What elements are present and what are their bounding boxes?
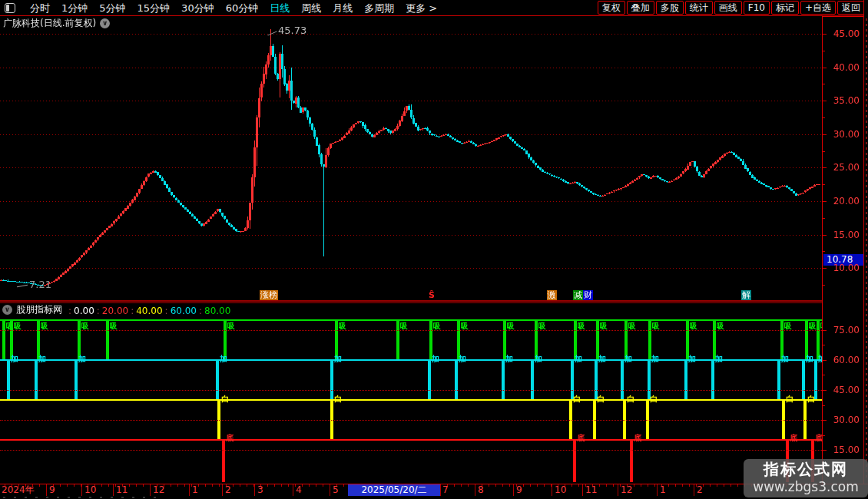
price-axis-label: 30.00	[826, 129, 860, 140]
green-bar-label: 吸	[652, 322, 660, 330]
green-bar-label: 吸	[507, 322, 515, 330]
toolbar-button-2[interactable]: 多股	[656, 1, 684, 15]
red-signal-bar	[222, 440, 225, 482]
axis-tick	[823, 375, 825, 375]
green-bar-label: 吸	[433, 322, 441, 330]
watermark-url: www.zbgs3.com	[744, 479, 868, 494]
indicator-gridline	[0, 330, 822, 331]
cyan-signal-bar	[711, 360, 714, 400]
cyan-bar-label: 加	[575, 355, 582, 363]
price-axis-label: 35.00	[826, 95, 860, 106]
week-tick	[267, 484, 268, 487]
tab-period-1[interactable]: 1分钟	[61, 1, 88, 15]
cyan-bar-label: 加	[78, 355, 86, 363]
tab-period-5[interactable]: 60分钟	[226, 1, 259, 15]
tab-period-7[interactable]: 周线	[301, 1, 321, 15]
month-separator	[440, 484, 441, 496]
green-signal-bar	[2, 320, 5, 360]
month-label: 1	[660, 485, 666, 495]
week-tick	[177, 484, 178, 487]
tab-period-2[interactable]: 5分钟	[99, 1, 125, 15]
layout-icon[interactable]	[5, 3, 15, 13]
axis-tick	[823, 101, 827, 101]
axis-tick	[823, 268, 827, 269]
indicator-cyan-line	[0, 359, 822, 361]
cyan-bar-label: 加	[505, 355, 513, 363]
tab-period-6[interactable]: 日线	[270, 1, 290, 15]
yellow-bar-label: 白	[650, 395, 658, 403]
tab-period-8[interactable]: 月线	[333, 1, 353, 15]
green-bar-label: 吸	[110, 322, 118, 330]
month-separator	[657, 484, 658, 496]
week-tick	[136, 484, 137, 487]
cyan-bar-label: 加	[715, 355, 723, 363]
current-date-badge: 2025/05/20/二	[348, 484, 440, 496]
price-axis-label: 45.00	[826, 28, 860, 39]
action-buttons: 复权叠加多股统计画线F10标记+自选返回	[598, 1, 868, 15]
indicator-panel[interactable]: 吸吸吸吸吸吸吸吸吸吸吸吸吸吸吸吸吸吸吸吸吸加加加加加加加加加加加加加加加加加加白…	[0, 315, 822, 484]
scroll-strip-marks	[866, 18, 867, 479]
period-menu: 分时1分钟5分钟15分钟30分钟60分钟日线周线月线多周期更多 >	[0, 1, 598, 15]
candlestick-chart[interactable]	[0, 17, 822, 301]
month-separator	[81, 484, 82, 496]
green-signal-bar	[396, 320, 399, 360]
week-tick	[323, 484, 323, 487]
indicator-axis-label: 15.00	[826, 444, 860, 455]
cyan-bar-label: 加	[651, 355, 659, 363]
toolbar-button-1[interactable]: 叠加	[627, 1, 654, 15]
price-axis-label: 10.00	[826, 263, 860, 273]
panel-divider-line	[823, 16, 864, 17]
week-tick	[717, 484, 717, 487]
week-tick	[32, 484, 33, 487]
week-tick	[205, 484, 206, 487]
axis-tick	[823, 435, 825, 436]
green-bar-label: 吸	[461, 322, 469, 330]
toolbar-button-4[interactable]: 画线	[714, 1, 742, 15]
cyan-bar-label: 加	[535, 355, 542, 363]
week-tick	[233, 484, 234, 487]
toolbar-button-7[interactable]: +自选	[800, 1, 836, 15]
toolbar-button-6[interactable]: 标记	[771, 1, 799, 15]
chevron-down-icon[interactable]: ∨	[2, 305, 12, 315]
week-tick	[502, 484, 503, 487]
week-tick	[641, 484, 641, 487]
week-tick	[530, 484, 531, 487]
toolbar-button-5[interactable]: F10	[744, 1, 770, 15]
week-tick	[219, 484, 220, 487]
chevron-down-icon[interactable]: ∨	[100, 18, 110, 28]
week-tick	[509, 484, 510, 487]
month-separator	[293, 484, 293, 496]
month-label: 11	[116, 485, 128, 495]
tab-period-9[interactable]: 多周期	[364, 1, 394, 15]
red-bar-label: 底	[815, 434, 822, 442]
toolbar-button-0[interactable]: 复权	[598, 1, 625, 15]
toolbar-button-8[interactable]: 返回	[837, 1, 865, 15]
green-bar-label: 吸	[690, 322, 697, 330]
week-tick	[184, 484, 185, 487]
tab-period-10[interactable]: 更多 >	[406, 1, 437, 15]
tab-period-3[interactable]: 15分钟	[137, 1, 171, 15]
indicator-gridline	[0, 450, 822, 451]
month-label: 7	[442, 485, 449, 495]
tab-period-0[interactable]: 分时	[30, 1, 50, 15]
cyan-bar-label: 加	[432, 355, 439, 363]
price-axis-label: 20.00	[826, 196, 860, 207]
indicator-yellow-line	[0, 399, 822, 401]
toolbar-button-3[interactable]: 统计	[685, 1, 713, 15]
chart-title: 广脉科技(日线.前复权) ∨	[3, 17, 110, 30]
week-tick	[39, 484, 40, 487]
week-tick	[198, 484, 199, 487]
week-tick	[281, 484, 282, 487]
cyan-bar-label: 加	[624, 355, 632, 363]
week-tick	[288, 484, 289, 487]
week-tick	[309, 484, 310, 487]
axis-tick	[823, 151, 825, 152]
week-tick	[634, 484, 634, 487]
green-bar-label: 吸	[227, 322, 235, 330]
axis-tick	[823, 134, 827, 135]
indicator-name: 股朋指标网	[16, 303, 62, 316]
axis-tick	[823, 405, 825, 406]
tab-period-4[interactable]: 30分钟	[181, 1, 214, 15]
week-tick	[682, 484, 683, 487]
axis-tick	[823, 390, 827, 391]
